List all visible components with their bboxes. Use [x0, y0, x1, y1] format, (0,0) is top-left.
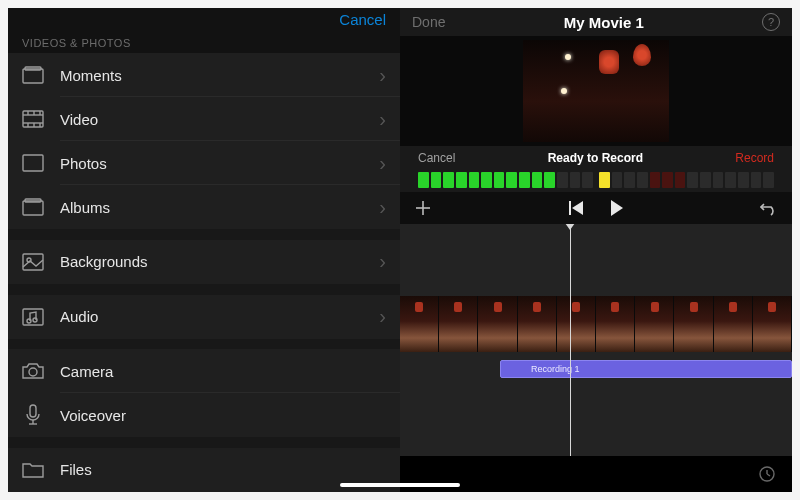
menu-item-audio[interactable]: Audio › [8, 295, 400, 339]
home-indicator[interactable] [340, 483, 460, 487]
menu-item-albums[interactable]: Albums › [8, 185, 400, 229]
section-header-videos-photos: VIDEOS & PHOTOS [8, 31, 400, 53]
picker-header: Cancel [8, 8, 400, 31]
camera-icon [22, 360, 44, 382]
menu-item-photos[interactable]: Photos › [8, 141, 400, 185]
chevron-right-icon: › [379, 64, 386, 87]
svg-point-17 [27, 319, 31, 323]
audio-level-meter [400, 170, 792, 192]
video-track[interactable] [400, 296, 792, 352]
clip-thumbnail[interactable] [557, 296, 596, 352]
chevron-right-icon: › [379, 250, 386, 273]
timeline[interactable]: Recording 1 [400, 224, 792, 456]
menu-item-label: Albums [60, 199, 375, 216]
clip-thumbnail[interactable] [635, 296, 674, 352]
picker-cancel-button[interactable]: Cancel [339, 11, 386, 28]
menu-item-label: Video [60, 111, 375, 128]
editor-panel: Done My Movie 1 ? Cancel Ready to Record… [400, 8, 792, 492]
chevron-right-icon: › [379, 152, 386, 175]
svg-rect-11 [23, 155, 43, 171]
record-status: Ready to Record [548, 151, 643, 165]
svg-rect-0 [23, 69, 43, 83]
preview-area [400, 36, 792, 146]
svg-rect-20 [30, 405, 36, 417]
svg-marker-26 [572, 201, 583, 215]
skip-back-button[interactable] [569, 201, 585, 215]
menu-item-moments[interactable]: Moments › [8, 53, 400, 97]
albums-icon [22, 196, 44, 218]
record-button[interactable]: Record [735, 151, 774, 165]
moments-icon [22, 64, 44, 86]
record-controls-row: Cancel Ready to Record Record [400, 146, 792, 170]
audio-icon [22, 306, 44, 328]
clip-thumbnail[interactable] [400, 296, 439, 352]
svg-rect-12 [23, 201, 43, 215]
audio-clip-recording-1[interactable]: Recording 1 [500, 360, 792, 378]
svg-point-19 [29, 368, 37, 376]
voiceover-icon [22, 404, 44, 426]
transport-bar [400, 192, 792, 224]
clip-thumbnail[interactable] [714, 296, 753, 352]
preview-frame [523, 40, 669, 142]
backgrounds-icon [22, 251, 44, 273]
files-icon [22, 459, 44, 481]
chevron-right-icon: › [379, 305, 386, 328]
clip-thumbnail[interactable] [674, 296, 713, 352]
clip-thumbnail[interactable] [478, 296, 517, 352]
play-button[interactable] [611, 200, 623, 216]
record-cancel-button[interactable]: Cancel [418, 151, 455, 165]
project-title: My Movie 1 [564, 14, 644, 31]
chevron-right-icon: › [379, 196, 386, 219]
editor-header: Done My Movie 1 ? [400, 8, 792, 36]
undo-button[interactable] [760, 200, 778, 216]
menu-item-video[interactable]: Video › [8, 97, 400, 141]
clip-thumbnail[interactable] [518, 296, 557, 352]
clip-thumbnail[interactable] [596, 296, 635, 352]
meter-right-channel [599, 172, 774, 188]
menu-item-label: Audio [60, 308, 375, 325]
menu-item-voiceover[interactable]: Voiceover [8, 393, 400, 437]
menu-item-backgrounds[interactable]: Backgrounds › [8, 240, 400, 284]
help-button[interactable]: ? [762, 13, 780, 31]
done-button[interactable]: Done [412, 14, 445, 30]
clip-thumbnail[interactable] [753, 296, 792, 352]
menu-item-label: Voiceover [60, 407, 386, 424]
svg-rect-16 [23, 309, 43, 325]
menu-item-label: Camera [60, 363, 386, 380]
menu-item-label: Moments [60, 67, 375, 84]
meter-left-channel [418, 172, 593, 188]
menu-item-label: Photos [60, 155, 375, 172]
svg-rect-25 [569, 201, 571, 215]
play-icon [611, 200, 623, 216]
video-icon [22, 108, 44, 130]
chevron-right-icon: › [379, 108, 386, 131]
clip-settings-button[interactable] [758, 465, 776, 483]
svg-line-29 [767, 474, 770, 476]
add-media-button[interactable] [414, 199, 432, 217]
menu-item-label: Backgrounds [60, 253, 375, 270]
svg-point-18 [33, 318, 37, 322]
menu-item-label: Files [60, 461, 386, 478]
menu-item-camera[interactable]: Camera [8, 349, 400, 393]
clip-thumbnail[interactable] [439, 296, 478, 352]
photos-icon [22, 152, 44, 174]
media-picker-panel: Cancel VIDEOS & PHOTOS Moments › [8, 8, 400, 492]
